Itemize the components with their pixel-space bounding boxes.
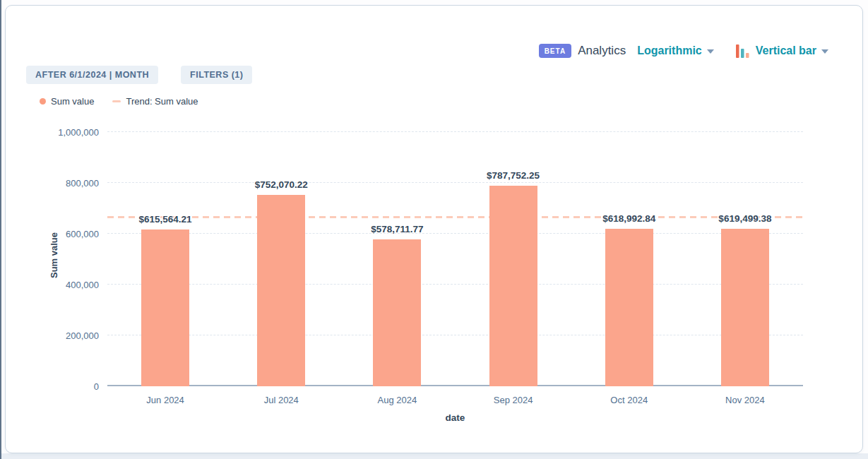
- x-tick-label: Jul 2024: [264, 395, 299, 405]
- y-tick-label: 600,000: [66, 229, 99, 239]
- y-tick-label: 0: [94, 381, 99, 392]
- filter-chips: AFTER 6/1/2024 | MONTH FILTERS (1): [26, 66, 252, 84]
- gridline: [107, 335, 803, 335]
- screen-left-edge: [0, 0, 1, 459]
- bar-value-label: $578,711.77: [371, 224, 423, 234]
- x-tick-label: Nov 2024: [725, 395, 765, 405]
- bar-nov-2024[interactable]: [721, 229, 769, 386]
- x-tick-label: Oct 2024: [610, 395, 648, 405]
- x-tick-label: Jun 2024: [146, 395, 184, 405]
- chevron-down-icon: [821, 49, 828, 54]
- scale-dropdown[interactable]: Logarithmic: [637, 44, 714, 57]
- bar-sep-2024[interactable]: [489, 186, 537, 386]
- filters-chip[interactable]: FILTERS (1): [181, 66, 252, 84]
- y-tick-label: 400,000: [66, 280, 99, 290]
- bar-jun-2024[interactable]: [141, 230, 189, 386]
- gridline: [107, 182, 803, 183]
- trend-line: [107, 216, 803, 218]
- gridline: [107, 233, 803, 234]
- gridline: [107, 284, 803, 285]
- bar-aug-2024[interactable]: [373, 239, 421, 386]
- chart-type-dropdown-value: Vertical bar: [756, 44, 816, 57]
- bar-value-label: $752,070.22: [255, 179, 308, 190]
- y-tick-label: 800,000: [66, 178, 99, 189]
- bar-jul-2024[interactable]: [257, 195, 305, 386]
- vertical-bar-chart-icon: [735, 43, 750, 59]
- legend-dash-icon: [112, 100, 121, 102]
- x-axis-baseline: [107, 385, 803, 386]
- chevron-down-icon: [707, 49, 714, 54]
- analytics-label: Analytics: [578, 44, 626, 58]
- screen-bottom-strip: [1, 453, 868, 459]
- chart-controls: BETA Analytics Logarithmic Vertical bar: [539, 43, 828, 59]
- chart-plot-area: $615,564.21$752,070.22$578,711.77$787,75…: [107, 132, 803, 386]
- chart-legend: Sum value Trend: Sum value: [40, 96, 198, 107]
- x-tick-label: Aug 2024: [378, 395, 417, 405]
- legend-item-trend[interactable]: Trend: Sum value: [112, 96, 198, 107]
- bar-oct-2024[interactable]: [605, 229, 653, 386]
- legend-label: Sum value: [51, 96, 94, 107]
- y-axis-tick-labels: 0200,000400,000600,000800,0001,000,000: [6, 132, 99, 386]
- y-tick-label: 1,000,000: [58, 127, 99, 138]
- x-axis-title: date: [107, 412, 803, 423]
- x-axis-tick-labels: Jun 2024Jul 2024Aug 2024Sep 2024Oct 2024…: [107, 395, 803, 409]
- bar-value-label: $618,992.84: [602, 213, 655, 224]
- legend-dot-icon: [40, 98, 46, 105]
- scale-dropdown-value: Logarithmic: [637, 44, 702, 57]
- legend-label: Trend: Sum value: [126, 96, 198, 107]
- app-screen: BETA Analytics Logarithmic Vertical bar …: [0, 0, 868, 459]
- report-card: BETA Analytics Logarithmic Vertical bar …: [5, 5, 863, 453]
- x-tick-label: Sep 2024: [494, 395, 533, 405]
- gridline: [107, 131, 803, 132]
- chart-type-dropdown[interactable]: Vertical bar: [735, 43, 828, 59]
- bar-value-label: $787,752.25: [487, 170, 540, 181]
- y-tick-label: 200,000: [66, 330, 99, 341]
- beta-badge: BETA: [539, 44, 571, 58]
- bar-value-label: $619,499.38: [718, 213, 771, 224]
- legend-item-sum-value[interactable]: Sum value: [40, 96, 94, 107]
- date-range-chip[interactable]: AFTER 6/1/2024 | MONTH: [26, 66, 158, 84]
- bar-value-label: $615,564.21: [139, 214, 192, 225]
